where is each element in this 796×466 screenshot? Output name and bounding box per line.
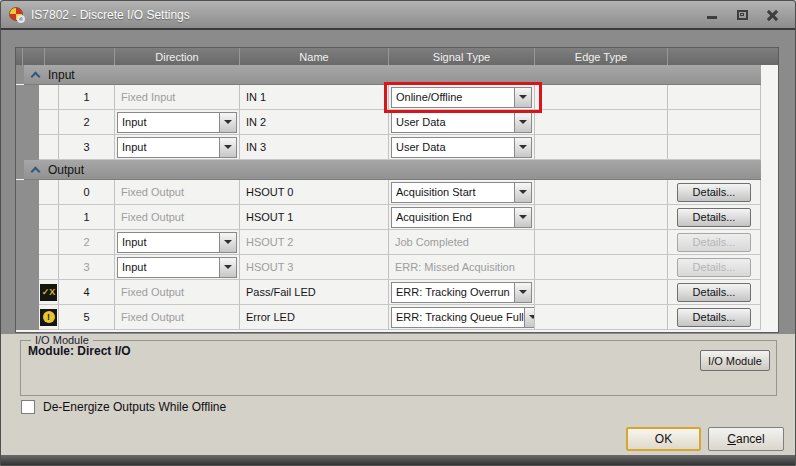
- table-row: ✓X 4 Fixed Output Pass/Fail LED ERR: Tra…: [39, 280, 761, 305]
- input-rows: 1 Fixed Input IN 1 Online/Offline 2: [39, 85, 761, 160]
- window-controls: [705, 8, 787, 22]
- row-number: 2: [59, 110, 115, 134]
- chevron-down-icon: [219, 138, 236, 157]
- close-icon: [766, 9, 778, 21]
- title-bar[interactable]: IS7802 - Discrete I/O Settings: [1, 1, 795, 30]
- table-row: 2 Input IN 2 User Data: [39, 110, 761, 135]
- table-header-row: Direction Name Signal Type Edge Type: [16, 48, 778, 65]
- direction-label: Fixed Output: [115, 186, 184, 198]
- details-button[interactable]: Details...: [677, 233, 751, 252]
- collapse-icon: [31, 166, 41, 176]
- row-number: 4: [59, 280, 115, 304]
- details-cell: [668, 110, 761, 134]
- signal-type-select[interactable]: Online/Offline: [391, 87, 532, 108]
- signal-type-select[interactable]: User Data: [391, 137, 532, 158]
- direction-label: Fixed Output: [115, 286, 184, 298]
- table-row: 1 Fixed Output HSOUT 1 Acquisition End D…: [39, 205, 761, 230]
- table-row: 2 Input HSOUT 2 Job Completed Details...: [39, 230, 761, 255]
- row-icon-cell: [39, 255, 59, 279]
- edge-type-cell: [535, 110, 668, 134]
- signal-type-select[interactable]: Acquisition End: [391, 207, 532, 228]
- edge-type-cell: [535, 205, 668, 229]
- cancel-button[interactable]: Cancel: [708, 427, 784, 451]
- name-label: IN 2: [240, 110, 389, 134]
- ok-button[interactable]: OK: [626, 427, 701, 451]
- close-button[interactable]: [765, 8, 779, 22]
- name-label: HSOUT 2: [240, 230, 389, 254]
- header-icon-col: [23, 48, 45, 65]
- name-label: Error LED: [240, 305, 389, 329]
- checkbox-label: De-Energize Outputs While Offline: [43, 400, 226, 414]
- name-label: Pass/Fail LED: [240, 280, 389, 304]
- chevron-down-icon: [514, 183, 531, 202]
- pass-fail-led-icon: ✓X: [40, 284, 57, 301]
- details-cell: [668, 135, 761, 159]
- io-module-button[interactable]: I/O Module: [700, 350, 770, 371]
- row-icon-cell: [39, 110, 59, 134]
- direction-label: Fixed Output: [115, 311, 184, 323]
- section-label: Output: [48, 163, 84, 177]
- table-row: ! 5 Fixed Output Error LED ERR: Tracking…: [39, 305, 761, 330]
- table-row: 0 Fixed Output HSOUT 0 Acquisition Start…: [39, 180, 761, 205]
- signal-type-select[interactable]: User Data: [391, 112, 532, 133]
- section-header-input[interactable]: Input: [24, 65, 761, 85]
- edge-type-cell: [535, 230, 668, 254]
- signal-type-select[interactable]: Acquisition Start: [391, 182, 532, 203]
- details-button[interactable]: Details...: [677, 208, 751, 227]
- de-energize-checkbox-row: De-Energize Outputs While Offline: [21, 400, 226, 414]
- table-row: 3 Input IN 3 User Data: [39, 135, 761, 160]
- direction-label: Fixed Input: [115, 91, 175, 103]
- table-panel: Direction Name Signal Type Edge Type Inp…: [1, 32, 795, 334]
- header-indent: [16, 48, 23, 65]
- chevron-down-icon: [219, 233, 236, 252]
- de-energize-checkbox[interactable]: [21, 400, 35, 414]
- dialog-lower-area: I/O Module Module: Direct I/O I/O Module…: [1, 334, 795, 457]
- minimize-button[interactable]: [705, 8, 719, 22]
- io-table: Direction Name Signal Type Edge Type Inp…: [15, 47, 779, 333]
- edge-type-cell: [535, 255, 668, 279]
- header-details-col: [668, 48, 761, 65]
- window-bottom-frame: [1, 455, 795, 465]
- row-icon-cell: [39, 230, 59, 254]
- output-rows: 0 Fixed Output HSOUT 0 Acquisition Start…: [39, 180, 761, 330]
- chevron-down-icon: [514, 138, 531, 157]
- dialog-window: IS7802 - Discrete I/O Settings Direction…: [0, 0, 796, 466]
- signal-type-label: ERR: Missed Acquisition: [389, 261, 515, 273]
- section-label: Input: [48, 68, 75, 82]
- direction-label: Fixed Output: [115, 211, 184, 223]
- maximize-button[interactable]: [735, 8, 749, 22]
- details-button[interactable]: Details...: [677, 308, 751, 327]
- details-cell: [668, 85, 761, 109]
- row-icon-cell: [39, 85, 59, 109]
- direction-select[interactable]: Input: [117, 137, 237, 158]
- direction-select[interactable]: Input: [117, 257, 237, 278]
- edge-type-cell: [535, 280, 668, 304]
- signal-type-label: Job Completed: [389, 236, 469, 248]
- row-number: 0: [59, 180, 115, 204]
- row-number: 5: [59, 305, 115, 329]
- name-label: HSOUT 0: [240, 180, 389, 204]
- chevron-down-icon: [514, 113, 531, 132]
- row-icon-cell: [39, 205, 59, 229]
- direction-select[interactable]: Input: [117, 232, 237, 253]
- window-title: IS7802 - Discrete I/O Settings: [31, 8, 190, 22]
- name-label: IN 1: [240, 85, 389, 109]
- details-button[interactable]: Details...: [677, 183, 751, 202]
- details-button[interactable]: Details...: [677, 258, 751, 277]
- name-label: IN 3: [240, 135, 389, 159]
- details-button[interactable]: Details...: [677, 283, 751, 302]
- header-number-col: [45, 48, 115, 65]
- chevron-down-icon: [219, 113, 236, 132]
- name-label: HSOUT 3: [240, 255, 389, 279]
- signal-type-select[interactable]: ERR: Tracking Overrun: [391, 282, 532, 303]
- io-module-groupbox: I/O Module Module: Direct I/O I/O Module: [20, 340, 777, 396]
- error-led-icon: !: [40, 309, 57, 326]
- table-row: 1 Fixed Input IN 1 Online/Offline: [39, 85, 761, 110]
- edge-type-cell: [535, 305, 668, 329]
- maximize-icon: [737, 10, 748, 20]
- signal-type-select[interactable]: ERR: Tracking Queue Full: [391, 307, 535, 328]
- edge-type-cell: [535, 135, 668, 159]
- direction-select[interactable]: Input: [117, 112, 237, 133]
- header-name: Name: [240, 48, 389, 65]
- section-header-output[interactable]: Output: [24, 160, 761, 180]
